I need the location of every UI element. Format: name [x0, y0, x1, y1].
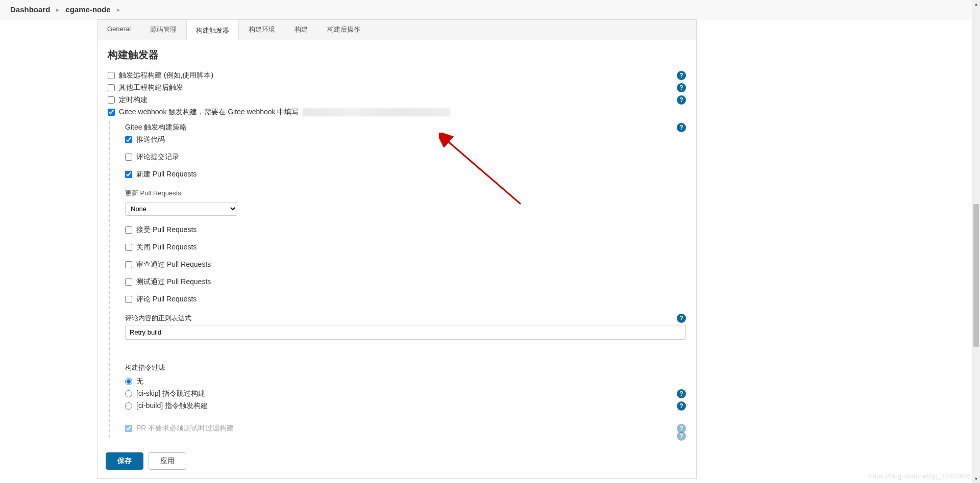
trigger-timed-checkbox[interactable]: [108, 96, 115, 104]
update-pr-select[interactable]: None: [125, 202, 237, 216]
trigger-gitee-webhook-row[interactable]: Gitee webhook 触发构建，需要在 Gitee webhook 中填写: [108, 108, 451, 117]
trigger-remote-label: 触发远程构建 (例如,使用脚本): [119, 71, 213, 80]
help-icon[interactable]: ?: [677, 95, 686, 105]
content-area: 构建触发器 触发远程构建 (例如,使用脚本) ? 其他工程构建后触发 ? 定时构…: [97, 40, 696, 478]
accept-pr-checkbox[interactable]: [125, 226, 132, 234]
tab-build[interactable]: 构建: [285, 20, 317, 40]
tab-build-triggers[interactable]: 构建触发器: [186, 20, 239, 40]
close-pr-checkbox[interactable]: [125, 244, 132, 251]
new-pr-row[interactable]: 新建 Pull Requests: [125, 170, 197, 179]
comment-commit-row[interactable]: 评论提交记录: [125, 152, 179, 162]
help-icon[interactable]: ?: [677, 83, 686, 92]
filter-cibuild-row[interactable]: [ci-build] 指令触发构建: [125, 401, 208, 411]
filter-ciskip-row[interactable]: [ci-skip] 指令跳过构建: [125, 389, 205, 398]
filter-ciskip-label: [ci-skip] 指令跳过构建: [136, 389, 205, 398]
new-pr-checkbox[interactable]: [125, 171, 132, 178]
trigger-after-other-label: 其他工程构建后触发: [119, 83, 183, 92]
help-icon[interactable]: ?: [677, 401, 686, 411]
comment-commit-label: 评论提交记录: [136, 152, 179, 162]
help-icon[interactable]: ?: [677, 71, 686, 80]
watermark: https://blog.csdn.net/qq_42423936: [869, 472, 971, 479]
breadcrumb-dashboard[interactable]: Dashboard: [10, 5, 50, 14]
comment-pr-label: 评论 Pull Requests: [136, 295, 197, 304]
breadcrumb: Dashboard ▸ cgame-node ▸: [0, 0, 980, 19]
trigger-timed-row[interactable]: 定时构建: [108, 95, 148, 105]
pr-no-test-row[interactable]: PR 不要求必须测试时过滤构建: [125, 424, 234, 433]
breadcrumb-project[interactable]: cgame-node: [65, 5, 110, 14]
close-pr-row[interactable]: 关闭 Pull Requests: [125, 243, 197, 252]
approve-pr-checkbox[interactable]: [125, 261, 132, 268]
chevron-right-icon: ▸: [56, 6, 59, 13]
scrollbar-up-icon[interactable]: ▲: [972, 0, 980, 8]
trigger-after-other-row[interactable]: 其他工程构建后触发: [108, 83, 183, 92]
test-pass-pr-label: 测试通过 Pull Requests: [136, 277, 211, 287]
trigger-gitee-webhook-label: Gitee webhook 触发构建，需要在 Gitee webhook 中填写: [119, 108, 299, 117]
footer-buttons: 保存 应用: [106, 449, 189, 473]
filter-cibuild-radio[interactable]: [125, 402, 132, 410]
tab-build-env[interactable]: 构建环境: [239, 20, 285, 40]
trigger-remote-checkbox[interactable]: [108, 72, 115, 79]
approve-pr-row[interactable]: 审查通过 Pull Requests: [125, 260, 211, 269]
save-button[interactable]: 保存: [106, 452, 143, 470]
pr-no-test-label: PR 不要求必须测试时过滤构建: [136, 424, 234, 433]
scrollbar[interactable]: ▲ ▼: [972, 0, 980, 479]
filter-none-label: 无: [136, 377, 143, 386]
trigger-gitee-webhook-checkbox[interactable]: [108, 109, 115, 116]
help-icon[interactable]: ?: [677, 431, 686, 441]
push-code-label: 推送代码: [136, 135, 165, 144]
filter-none-radio[interactable]: [125, 378, 132, 385]
tab-post-build[interactable]: 构建后操作: [317, 20, 370, 40]
comment-pr-checkbox[interactable]: [125, 296, 132, 303]
new-pr-label: 新建 Pull Requests: [136, 170, 197, 179]
regex-input[interactable]: [125, 325, 686, 340]
apply-button[interactable]: 应用: [149, 452, 186, 470]
test-pass-pr-row[interactable]: 测试通过 Pull Requests: [125, 277, 211, 287]
filter-none-row[interactable]: 无: [125, 377, 143, 386]
comment-pr-row[interactable]: 评论 Pull Requests: [125, 295, 197, 304]
help-icon[interactable]: ?: [677, 314, 686, 323]
pr-no-test-checkbox[interactable]: [125, 425, 132, 432]
tab-scm[interactable]: 源码管理: [140, 20, 186, 40]
gitee-strategy-label: Gitee 触发构建策略: [125, 123, 187, 132]
push-code-row[interactable]: 推送代码: [125, 135, 165, 144]
section-title: 构建触发器: [108, 48, 686, 62]
help-icon[interactable]: ?: [677, 389, 686, 398]
trigger-timed-label: 定时构建: [119, 95, 148, 105]
scrollbar-thumb[interactable]: [973, 204, 979, 347]
tab-bar: General 源码管理 构建触发器 构建环境 构建 构建后操作: [97, 20, 696, 40]
help-icon[interactable]: ?: [677, 123, 686, 132]
trigger-after-other-checkbox[interactable]: [108, 84, 115, 91]
approve-pr-label: 审查通过 Pull Requests: [136, 260, 211, 269]
filter-ciskip-radio[interactable]: [125, 390, 132, 397]
tab-general[interactable]: General: [97, 20, 140, 40]
accept-pr-row[interactable]: 接受 Pull Requests: [125, 225, 197, 235]
trigger-remote-row[interactable]: 触发远程构建 (例如,使用脚本): [108, 71, 213, 80]
regex-label: 评论内容的正则表达式 ?: [125, 311, 686, 325]
filter-cibuild-label: [ci-build] 指令触发构建: [136, 401, 208, 411]
update-pr-label: 更新 Pull Requests: [125, 186, 686, 201]
push-code-checkbox[interactable]: [125, 136, 132, 143]
accept-pr-label: 接受 Pull Requests: [136, 225, 197, 235]
comment-commit-checkbox[interactable]: [125, 154, 132, 161]
chevron-right-icon: ▸: [117, 6, 120, 13]
test-pass-pr-checkbox[interactable]: [125, 278, 132, 286]
filter-label: 构建指令过滤: [125, 360, 686, 374]
config-panel: General 源码管理 构建触发器 构建环境 构建 构建后操作 构建触发器 触…: [97, 19, 697, 479]
close-pr-label: 关闭 Pull Requests: [136, 243, 197, 252]
scrollbar-down-icon[interactable]: ▼: [972, 475, 980, 479]
redacted-url: [303, 108, 451, 116]
